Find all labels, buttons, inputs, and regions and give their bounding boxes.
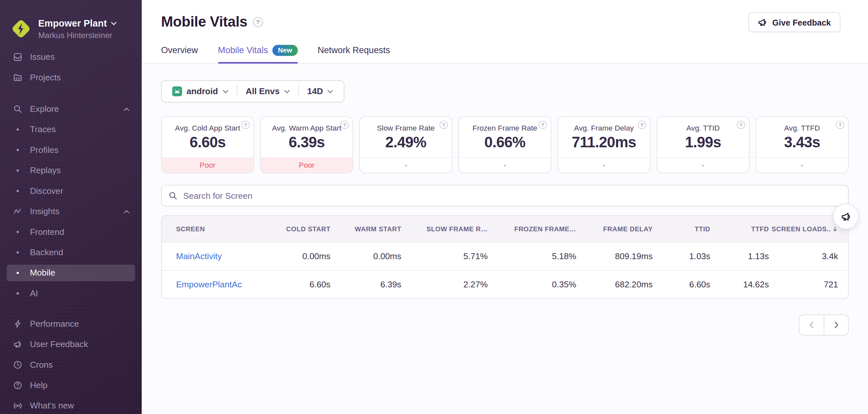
app-root: Empower Plant Markus Hintersteiner Issue… [0, 0, 868, 414]
column-header-slow-frame-rate[interactable]: SLOW FRAME R… [401, 225, 488, 233]
column-header-screen[interactable]: SCREEN [162, 225, 261, 233]
bullet-icon [12, 251, 23, 254]
column-header-cold-start[interactable]: COLD START [261, 225, 331, 233]
sidebar-item-mobile[interactable]: Mobile [6, 265, 135, 282]
chevron-right-icon [834, 321, 839, 329]
column-header-warm-start[interactable]: WARM START [330, 225, 401, 233]
card-value: 2.49% [360, 134, 452, 151]
card-help-icon[interactable]: ? [440, 121, 448, 129]
sidebar-item-frontend[interactable]: Frontend [6, 224, 135, 241]
table-row[interactable]: MainActivity 0.00ms 0.00ms 5.71% 5.18% 8… [162, 242, 848, 270]
frozen-frame-rate-value: 5.18% [488, 251, 577, 261]
status-badge: Poor [261, 157, 353, 172]
sidebar-item-insights[interactable]: Insights [6, 203, 135, 220]
project-filter-value: android [187, 86, 218, 96]
card-help-icon[interactable]: ? [638, 121, 646, 129]
bullet-icon [12, 292, 23, 295]
sentry-logo-icon [10, 18, 32, 40]
android-icon [172, 86, 182, 96]
sidebar-item-label: Frontend [30, 227, 64, 237]
sidebar-item-projects[interactable]: Projects [6, 69, 135, 86]
screen-link[interactable]: EmpowerPlantAc [176, 280, 242, 289]
sidebar-item-explore[interactable]: Explore [6, 101, 135, 118]
vital-card-warm-app-start: Avg. Warm App Start ? 6.39s Poor [260, 116, 353, 173]
card-label: Avg. TTFD [756, 124, 848, 132]
search-input[interactable] [182, 190, 841, 201]
environment-filter[interactable]: All Envs [238, 86, 299, 96]
bullet-icon [12, 129, 23, 131]
frame-delay-value: 682.20ms [577, 280, 653, 289]
sidebar-item-performance[interactable]: Performance [6, 316, 135, 332]
card-help-icon[interactable]: ? [737, 121, 745, 129]
chevron-up-icon[interactable] [123, 210, 130, 214]
sidebar-item-user-feedback[interactable]: User Feedback [6, 336, 135, 353]
column-header-ttfd[interactable]: TTFD [710, 225, 769, 233]
card-value: 6.39s [261, 134, 353, 151]
sidebar-item-label: Explore [30, 104, 59, 114]
sidebar-item-label: Insights [30, 206, 59, 216]
date-range-filter[interactable]: 14D [299, 86, 342, 96]
column-header-label: SCREEN LOADS.. [772, 225, 831, 233]
cold-start-value: 0.00ms [261, 251, 331, 261]
next-page-button[interactable] [824, 315, 848, 335]
column-header-screen-loads[interactable]: SCREEN LOADS.. [769, 225, 848, 233]
give-feedback-button[interactable]: Give Feedback [749, 12, 840, 32]
project-filter[interactable]: android [164, 86, 237, 96]
vital-card-ttfd: Avg. TTFD ? 3.43s - [755, 116, 849, 173]
sidebar-item-profiles[interactable]: Profiles [6, 142, 135, 158]
vital-card-cold-app-start: Avg. Cold App Start ? 6.60s Poor [161, 116, 254, 173]
broadcast-icon [12, 401, 23, 410]
sidebar-item-crons[interactable]: Crons [6, 357, 135, 373]
column-header-frozen-frame-rate[interactable]: FROZEN FRAME… [488, 225, 577, 233]
table-header-row: SCREEN COLD START WARM START SLOW FRAME … [162, 216, 848, 242]
sidebar-item-label: What's new [30, 401, 74, 411]
title-help-icon[interactable]: ? [253, 17, 263, 27]
sidebar-item-discover[interactable]: Discover [6, 183, 135, 199]
screen-link[interactable]: MainActivity [176, 251, 222, 261]
question-circle-icon [12, 381, 23, 390]
card-help-icon[interactable]: ? [341, 121, 349, 129]
sidebar-item-label: Profiles [30, 145, 58, 155]
card-help-icon[interactable]: ? [242, 121, 250, 129]
card-label: Avg. Cold App Start [162, 124, 254, 132]
chevron-down-icon [111, 22, 117, 26]
bullet-icon [12, 149, 23, 151]
sidebar-item-traces[interactable]: Traces [6, 121, 135, 138]
card-help-icon[interactable]: ? [836, 121, 844, 129]
chevron-down-icon [222, 90, 229, 94]
screens-table: SCREEN COLD START WARM START SLOW FRAME … [161, 215, 849, 299]
column-header-ttid[interactable]: TTID [653, 225, 711, 233]
filter-bar: android All Envs 14D [161, 81, 344, 103]
tab-mobile-vitals[interactable]: Mobile Vitals New [218, 45, 298, 63]
issues-icon [12, 53, 23, 61]
sidebar-item-label: Help [30, 380, 48, 390]
sidebar-item-backend[interactable]: Backend [6, 244, 135, 261]
sidebar-item-label: User Feedback [30, 339, 88, 349]
content-area: android All Envs 14D [142, 64, 868, 414]
status-badge: - [558, 157, 650, 172]
sidebar-item-whats-new[interactable]: What's new [6, 397, 135, 414]
org-name: Empower Plant [38, 18, 106, 29]
tab-overview[interactable]: Overview [161, 45, 198, 63]
give-feedback-label: Give Feedback [772, 18, 831, 27]
megaphone-icon [840, 211, 851, 222]
search-icon [169, 192, 177, 200]
sidebar-item-label: Mobile [30, 268, 55, 278]
org-switcher[interactable]: Empower Plant Markus Hintersteiner [6, 0, 135, 49]
table-row[interactable]: EmpowerPlantAc 6.60s 6.39s 2.27% 0.35% 6… [162, 270, 848, 298]
sidebar-item-label: Traces [30, 125, 56, 134]
sidebar-item-help[interactable]: Help [6, 377, 135, 394]
previous-page-button[interactable] [800, 315, 824, 335]
column-header-frame-delay[interactable]: FRAME DELAY [577, 225, 653, 233]
floating-feedback-button[interactable] [833, 204, 859, 229]
sidebar-item-ai[interactable]: AI [6, 285, 135, 302]
tab-network-requests[interactable]: Network Requests [317, 45, 390, 63]
sidebar-item-label: Discover [30, 186, 63, 196]
card-help-icon[interactable]: ? [539, 121, 547, 129]
megaphone-icon [758, 18, 767, 27]
sidebar-item-issues[interactable]: Issues [6, 49, 135, 66]
sidebar-item-replays[interactable]: Replays [6, 162, 135, 179]
slow-frame-rate-value: 2.27% [401, 280, 488, 289]
sidebar-item-label: AI [30, 288, 38, 298]
chevron-up-icon[interactable] [123, 107, 130, 111]
